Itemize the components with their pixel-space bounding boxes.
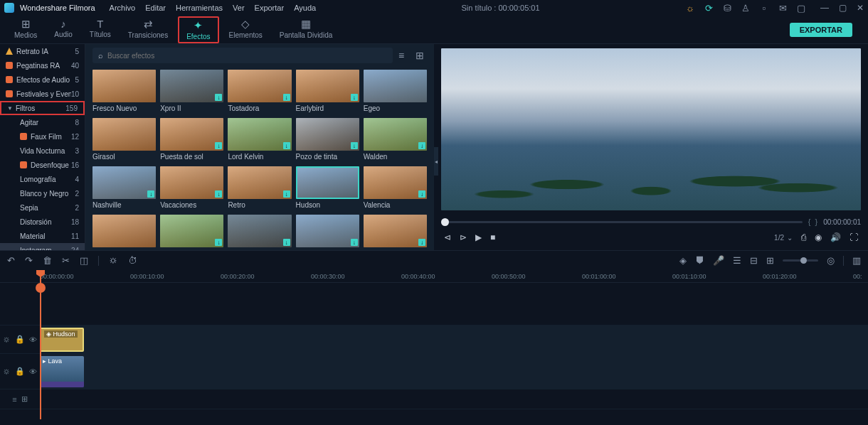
- collapse-library-button[interactable]: ◂: [434, 147, 438, 176]
- filter-romántico[interactable]: Romántico: [92, 215, 156, 250]
- filter-hudson[interactable]: Hudson: [296, 166, 359, 209]
- sidebar-item-desenfoque-de-fo[interactable]: Desenfoque de Fo16: [0, 158, 85, 172]
- message-icon[interactable]: ▢: [796, 3, 806, 13]
- sidebar-item-festivales-y-eventos[interactable]: Festivales y Eventos10: [0, 87, 85, 101]
- sidebar-item-blanco-y-negro[interactable]: Blanco y Negro2: [0, 186, 85, 200]
- filter-brannan[interactable]: ↓Brannan: [228, 215, 291, 250]
- maximize-button[interactable]: ▢: [839, 3, 847, 13]
- sidebar-item-instagram[interactable]: Instagram24: [0, 243, 85, 250]
- refresh-icon[interactable]: ⟳: [704, 3, 714, 13]
- menu-editar[interactable]: Editar: [145, 4, 166, 12]
- scrub-handle[interactable]: [441, 218, 449, 226]
- sidebar-item-agitar[interactable]: Agitar8: [0, 115, 85, 129]
- sidebar-item-sepia[interactable]: Sepia2: [0, 200, 85, 215]
- fit-icon[interactable]: ◎: [827, 255, 835, 266]
- search-box[interactable]: ⌕: [92, 48, 393, 63]
- filter-pozo-de-tinta[interactable]: ↓Pozo de tinta: [296, 118, 359, 161]
- adjust-icon[interactable]: ⛭: [109, 255, 118, 266]
- filter-fresco-nuevo[interactable]: Fresco Nuevo: [92, 70, 156, 112]
- filter-girasol[interactable]: Girasol: [92, 118, 156, 161]
- minimize-button[interactable]: —: [820, 3, 829, 13]
- menu-herramientas[interactable]: Herramientas: [176, 4, 223, 12]
- prev-frame-button[interactable]: ⊲: [444, 232, 451, 242]
- filter-retro[interactable]: ↓Retro: [228, 166, 291, 209]
- sort-icon[interactable]: ≡: [398, 50, 410, 61]
- track-settings-icon[interactable]: ⛭: [3, 367, 11, 376]
- filter-vacaciones[interactable]: ↓Vacaciones: [160, 166, 223, 209]
- eye-icon[interactable]: 👁: [29, 335, 37, 344]
- menu-exportar[interactable]: Exportar: [255, 4, 285, 12]
- marker-icon[interactable]: ◈: [679, 255, 687, 266]
- grid-view-icon[interactable]: ⊞: [416, 50, 427, 61]
- manage-icon[interactable]: ⊞: [21, 394, 28, 404]
- zoom-ratio[interactable]: 1/2⌄: [774, 234, 793, 242]
- tab-medios[interactable]: ⊞Medios: [7, 16, 44, 43]
- track-body[interactable]: ◈ Hudson: [40, 326, 868, 353]
- tab-transiciones[interactable]: ⇄Transiciones: [121, 16, 175, 43]
- shield-icon[interactable]: ⛊: [695, 255, 704, 266]
- snapshot-icon[interactable]: ⎙: [801, 232, 806, 242]
- sidebar-item-material[interactable]: Material11: [0, 229, 85, 243]
- filter-earlybird[interactable]: ↓Earlybird: [296, 70, 359, 112]
- stop-button[interactable]: ■: [490, 232, 495, 242]
- sidebar-item-lomografía[interactable]: Lomografía4: [0, 172, 85, 186]
- sidebar-item-filtros[interactable]: ▼Filtros159: [0, 101, 85, 115]
- menu-ver[interactable]: Ver: [233, 4, 245, 12]
- preview-canvas[interactable]: [441, 48, 861, 210]
- zoom-out-icon[interactable]: ⊟: [750, 255, 758, 266]
- lock-icon[interactable]: 🔒: [15, 335, 25, 344]
- filter-lomo[interactable]: ↓Lomo: [296, 215, 359, 250]
- mail-icon[interactable]: ✉: [778, 3, 788, 13]
- mic-icon[interactable]: 🎤: [713, 255, 724, 266]
- save-icon[interactable]: ▫: [759, 3, 769, 13]
- filter-egeo[interactable]: Egeo: [364, 70, 427, 112]
- sidebar-item-faux-film[interactable]: Faux Film12: [0, 129, 85, 144]
- menu-ayuda[interactable]: Ayuda: [294, 4, 316, 12]
- tab-audio[interactable]: ♪Audio: [47, 16, 80, 43]
- playhead[interactable]: [40, 270, 41, 419]
- zoom-in-icon[interactable]: ⊞: [766, 255, 774, 266]
- lightbulb-icon[interactable]: ☼: [685, 3, 695, 13]
- delete-icon[interactable]: 🗑: [43, 255, 52, 266]
- filter-puesta-de-sol[interactable]: ↓Puesta de sol: [160, 118, 223, 161]
- filter-nashville[interactable]: ↓Nashville: [92, 166, 156, 209]
- crop-icon[interactable]: ◫: [80, 255, 88, 266]
- redo-icon[interactable]: ↷: [25, 255, 33, 266]
- video-clip[interactable]: ▸ Lava: [40, 356, 84, 387]
- undo-icon[interactable]: ↶: [7, 255, 15, 266]
- filter-clip[interactable]: ◈ Hudson: [40, 328, 84, 352]
- tab-efectos[interactable]: ✦Efectos: [178, 16, 218, 43]
- speed-icon[interactable]: ⏱: [128, 255, 137, 266]
- close-button[interactable]: ✕: [857, 3, 864, 13]
- tab-títulos[interactable]: TTítulos: [83, 16, 118, 43]
- filter-sierra[interactable]: ↓Sierra: [160, 215, 223, 250]
- sidebar-item-vida-nocturna[interactable]: Vida Nocturna3: [0, 144, 85, 158]
- zoom-slider[interactable]: [783, 259, 818, 262]
- capture-icon[interactable]: ◉: [815, 232, 822, 242]
- user-icon[interactable]: ♙: [741, 3, 751, 13]
- filter-xpro-ii[interactable]: ↓Xpro II: [160, 70, 223, 112]
- track-body[interactable]: [40, 283, 868, 325]
- lock-icon[interactable]: 🔒: [15, 367, 25, 376]
- sidebar-item-distorsión[interactable]: Distorsión18: [0, 215, 85, 229]
- track-settings-icon[interactable]: ⛭: [3, 335, 11, 344]
- split-icon[interactable]: ✂: [62, 255, 70, 266]
- timeline-ruler[interactable]: 00:00:00:0000:00:10:0000:00:20:0000:00:3…: [0, 270, 868, 283]
- gift-icon[interactable]: ⛁: [722, 3, 732, 13]
- tab-pantalla-dividida[interactable]: ▦Pantalla Dividida: [272, 16, 340, 43]
- add-track-icon[interactable]: ≡: [12, 395, 16, 404]
- track-body[interactable]: ▸ Lava: [40, 354, 868, 389]
- menu-archivo[interactable]: Archivo: [110, 4, 136, 12]
- sidebar-item-retrato-ia[interactable]: Retrato IA5: [0, 44, 85, 58]
- export-button[interactable]: EXPORTAR: [790, 23, 852, 37]
- tab-elementos[interactable]: ◇Elementos: [222, 16, 270, 43]
- filter-valencia[interactable]: ↓Valencia: [364, 166, 427, 209]
- sidebar-item-pegatinas-ra[interactable]: Pegatinas RA40: [0, 58, 85, 72]
- settings-icon[interactable]: ▥: [852, 255, 861, 266]
- volume-icon[interactable]: 🔊: [830, 232, 841, 242]
- next-frame-button[interactable]: ⊳: [460, 232, 467, 242]
- mixer-icon[interactable]: ☰: [733, 255, 741, 266]
- filter-tostadora[interactable]: ↓Tostadora: [228, 70, 291, 112]
- play-button[interactable]: ▶: [475, 232, 482, 242]
- filter-lord-kelvin[interactable]: ↓Lord Kelvin: [228, 118, 291, 161]
